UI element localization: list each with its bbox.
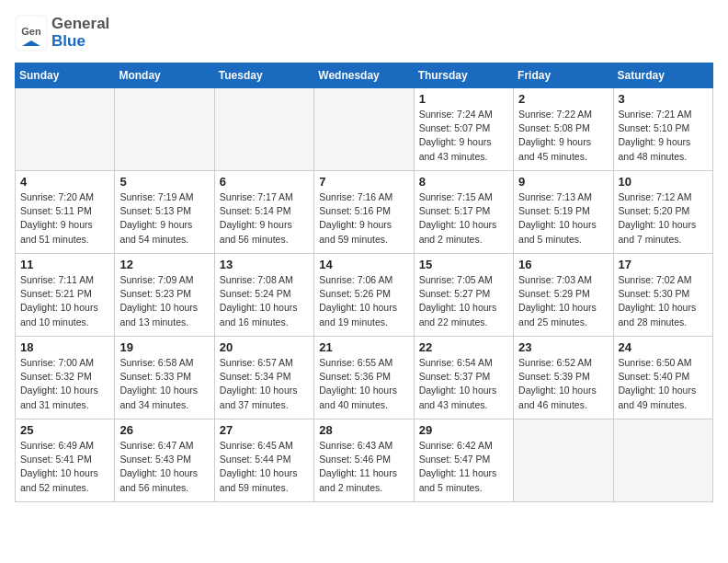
calendar-cell: 18Sunrise: 7:00 AM Sunset: 5:32 PM Dayli… bbox=[16, 337, 115, 419]
day-info: Sunrise: 7:00 AM Sunset: 5:32 PM Dayligh… bbox=[20, 356, 109, 412]
day-number: 2 bbox=[518, 92, 608, 106]
day-info: Sunrise: 7:22 AM Sunset: 5:08 PM Dayligh… bbox=[518, 108, 608, 164]
day-info: Sunrise: 7:09 AM Sunset: 5:23 PM Dayligh… bbox=[119, 273, 209, 329]
day-info: Sunrise: 6:42 AM Sunset: 5:47 PM Dayligh… bbox=[419, 439, 508, 495]
day-number: 1 bbox=[419, 92, 508, 106]
day-number: 3 bbox=[619, 92, 708, 106]
day-info: Sunrise: 7:02 AM Sunset: 5:30 PM Dayligh… bbox=[619, 273, 708, 329]
day-info: Sunrise: 7:17 AM Sunset: 5:14 PM Dayligh… bbox=[220, 190, 309, 247]
calendar-cell: 4Sunrise: 7:20 AM Sunset: 5:11 PM Daylig… bbox=[16, 171, 115, 254]
day-info: Sunrise: 6:55 AM Sunset: 5:36 PM Dayligh… bbox=[319, 356, 408, 412]
calendar-table: SundayMondayTuesdayWednesdayThursdayFrid… bbox=[15, 63, 713, 502]
weekday-header-thursday: Thursday bbox=[414, 63, 513, 88]
day-info: Sunrise: 7:24 AM Sunset: 5:07 PM Dayligh… bbox=[419, 108, 508, 164]
day-number: 7 bbox=[319, 175, 408, 189]
calendar-week-row: 11Sunrise: 7:11 AM Sunset: 5:21 PM Dayli… bbox=[16, 254, 713, 337]
day-info: Sunrise: 7:15 AM Sunset: 5:17 PM Dayligh… bbox=[419, 190, 508, 247]
calendar-cell: 16Sunrise: 7:03 AM Sunset: 5:29 PM Dayli… bbox=[514, 254, 613, 337]
day-info: Sunrise: 6:47 AM Sunset: 5:43 PM Dayligh… bbox=[119, 439, 209, 495]
calendar-cell: 1Sunrise: 7:24 AM Sunset: 5:07 PM Daylig… bbox=[414, 88, 513, 171]
calendar-week-row: 1Sunrise: 7:24 AM Sunset: 5:07 PM Daylig… bbox=[16, 88, 713, 171]
calendar-cell: 28Sunrise: 6:43 AM Sunset: 5:46 PM Dayli… bbox=[314, 419, 414, 502]
page-header: Gen General Blue bbox=[15, 15, 713, 52]
calendar-cell: 7Sunrise: 7:16 AM Sunset: 5:16 PM Daylig… bbox=[314, 171, 414, 254]
day-info: Sunrise: 6:58 AM Sunset: 5:33 PM Dayligh… bbox=[119, 356, 209, 412]
logo-blue: Blue bbox=[51, 32, 85, 50]
day-number: 6 bbox=[220, 175, 309, 189]
day-info: Sunrise: 7:05 AM Sunset: 5:27 PM Dayligh… bbox=[419, 273, 508, 329]
day-info: Sunrise: 6:50 AM Sunset: 5:40 PM Dayligh… bbox=[619, 356, 708, 412]
calendar-cell: 8Sunrise: 7:15 AM Sunset: 5:17 PM Daylig… bbox=[414, 171, 513, 254]
calendar-cell: 19Sunrise: 6:58 AM Sunset: 5:33 PM Dayli… bbox=[115, 337, 214, 419]
calendar-week-row: 4Sunrise: 7:20 AM Sunset: 5:11 PM Daylig… bbox=[16, 171, 713, 254]
day-info: Sunrise: 6:54 AM Sunset: 5:37 PM Dayligh… bbox=[419, 356, 508, 412]
day-number: 4 bbox=[20, 175, 109, 189]
weekday-header-row: SundayMondayTuesdayWednesdayThursdayFrid… bbox=[16, 63, 713, 88]
calendar-cell: 29Sunrise: 6:42 AM Sunset: 5:47 PM Dayli… bbox=[414, 419, 513, 502]
day-number: 28 bbox=[319, 423, 408, 437]
day-info: Sunrise: 7:19 AM Sunset: 5:13 PM Dayligh… bbox=[119, 190, 209, 247]
day-number: 5 bbox=[119, 175, 209, 189]
calendar-cell: 24Sunrise: 6:50 AM Sunset: 5:40 PM Dayli… bbox=[613, 337, 712, 419]
calendar-week-row: 25Sunrise: 6:49 AM Sunset: 5:41 PM Dayli… bbox=[16, 419, 713, 502]
calendar-cell: 26Sunrise: 6:47 AM Sunset: 5:43 PM Dayli… bbox=[115, 419, 214, 502]
day-number: 27 bbox=[220, 423, 309, 437]
calendar-cell: 14Sunrise: 7:06 AM Sunset: 5:26 PM Dayli… bbox=[314, 254, 414, 337]
day-number: 10 bbox=[619, 175, 708, 189]
calendar-cell: 12Sunrise: 7:09 AM Sunset: 5:23 PM Dayli… bbox=[115, 254, 214, 337]
day-number: 12 bbox=[119, 258, 209, 271]
calendar-cell bbox=[115, 88, 214, 171]
calendar-cell: 2Sunrise: 7:22 AM Sunset: 5:08 PM Daylig… bbox=[514, 88, 613, 171]
logo-general: General bbox=[51, 15, 109, 32]
calendar-cell: 22Sunrise: 6:54 AM Sunset: 5:37 PM Dayli… bbox=[414, 337, 513, 419]
day-number: 26 bbox=[119, 423, 209, 437]
logo-wordmark: General Blue bbox=[51, 16, 109, 50]
day-info: Sunrise: 7:11 AM Sunset: 5:21 PM Dayligh… bbox=[20, 273, 109, 329]
calendar-cell bbox=[314, 88, 414, 171]
day-number: 13 bbox=[220, 258, 309, 271]
calendar-cell: 3Sunrise: 7:21 AM Sunset: 5:10 PM Daylig… bbox=[613, 88, 712, 171]
day-number: 8 bbox=[419, 175, 508, 189]
calendar-cell: 21Sunrise: 6:55 AM Sunset: 5:36 PM Dayli… bbox=[314, 337, 414, 419]
calendar-cell: 15Sunrise: 7:05 AM Sunset: 5:27 PM Dayli… bbox=[414, 254, 513, 337]
day-info: Sunrise: 6:43 AM Sunset: 5:46 PM Dayligh… bbox=[319, 439, 408, 495]
calendar-cell: 27Sunrise: 6:45 AM Sunset: 5:44 PM Dayli… bbox=[214, 419, 313, 502]
day-info: Sunrise: 7:20 AM Sunset: 5:11 PM Dayligh… bbox=[20, 190, 109, 247]
day-number: 29 bbox=[419, 423, 508, 437]
day-info: Sunrise: 6:57 AM Sunset: 5:34 PM Dayligh… bbox=[220, 356, 309, 412]
day-number: 23 bbox=[518, 340, 608, 354]
weekday-header-sunday: Sunday bbox=[16, 63, 115, 88]
day-info: Sunrise: 7:16 AM Sunset: 5:16 PM Dayligh… bbox=[319, 190, 408, 247]
calendar-cell: 17Sunrise: 7:02 AM Sunset: 5:30 PM Dayli… bbox=[613, 254, 712, 337]
logo: Gen General Blue bbox=[15, 15, 109, 52]
day-number: 25 bbox=[20, 423, 109, 437]
logo-icon: Gen bbox=[15, 15, 48, 52]
day-number: 24 bbox=[619, 340, 708, 354]
calendar-cell: 10Sunrise: 7:12 AM Sunset: 5:20 PM Dayli… bbox=[613, 171, 712, 254]
weekday-header-saturday: Saturday bbox=[613, 63, 712, 88]
svg-text:Gen: Gen bbox=[21, 26, 41, 37]
calendar-cell: 11Sunrise: 7:11 AM Sunset: 5:21 PM Dayli… bbox=[16, 254, 115, 337]
calendar-cell: 5Sunrise: 7:19 AM Sunset: 5:13 PM Daylig… bbox=[115, 171, 214, 254]
day-number: 17 bbox=[619, 258, 708, 271]
calendar-cell: 23Sunrise: 6:52 AM Sunset: 5:39 PM Dayli… bbox=[514, 337, 613, 419]
day-number: 16 bbox=[518, 258, 608, 271]
day-info: Sunrise: 7:12 AM Sunset: 5:20 PM Dayligh… bbox=[619, 190, 708, 247]
day-info: Sunrise: 7:06 AM Sunset: 5:26 PM Dayligh… bbox=[319, 273, 408, 329]
calendar-cell: 20Sunrise: 6:57 AM Sunset: 5:34 PM Dayli… bbox=[214, 337, 313, 419]
day-number: 19 bbox=[119, 340, 209, 354]
calendar-cell bbox=[16, 88, 115, 171]
day-number: 22 bbox=[419, 340, 508, 354]
calendar-cell: 9Sunrise: 7:13 AM Sunset: 5:19 PM Daylig… bbox=[514, 171, 613, 254]
calendar-cell bbox=[613, 419, 712, 502]
calendar-cell bbox=[214, 88, 313, 171]
day-info: Sunrise: 7:21 AM Sunset: 5:10 PM Dayligh… bbox=[619, 108, 708, 164]
day-number: 9 bbox=[518, 175, 608, 189]
day-info: Sunrise: 6:52 AM Sunset: 5:39 PM Dayligh… bbox=[518, 356, 608, 412]
calendar-cell: 6Sunrise: 7:17 AM Sunset: 5:14 PM Daylig… bbox=[214, 171, 313, 254]
calendar-cell: 13Sunrise: 7:08 AM Sunset: 5:24 PM Dayli… bbox=[214, 254, 313, 337]
day-number: 21 bbox=[319, 340, 408, 354]
day-number: 15 bbox=[419, 258, 508, 271]
day-info: Sunrise: 7:08 AM Sunset: 5:24 PM Dayligh… bbox=[220, 273, 309, 329]
weekday-header-wednesday: Wednesday bbox=[314, 63, 414, 88]
